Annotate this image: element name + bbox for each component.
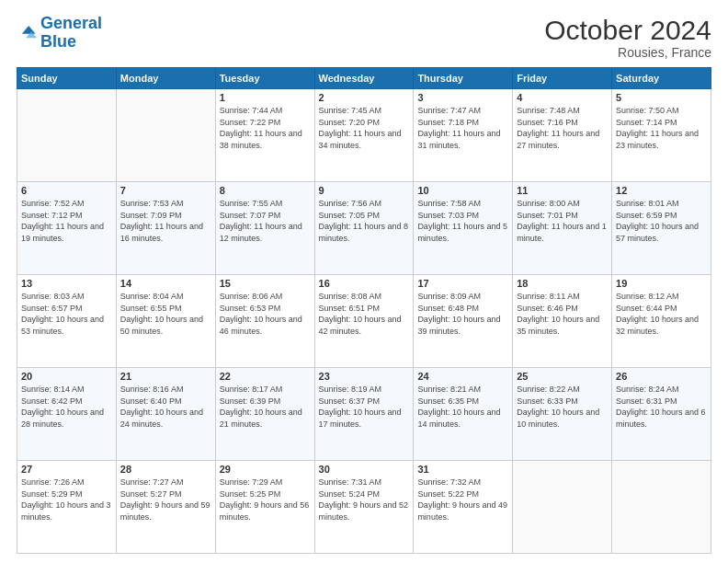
day-number: 17: [417, 278, 508, 289]
day-number: 13: [21, 278, 112, 289]
day-number: 21: [120, 371, 211, 382]
title-block: October 2024 Rousies, France: [544, 15, 711, 60]
weekday-header: Wednesday: [314, 68, 414, 89]
day-number: 28: [120, 464, 211, 475]
day-info: Sunrise: 8:24 AM Sunset: 6:31 PM Dayligh…: [616, 384, 707, 430]
calendar-cell: 29Sunrise: 7:29 AM Sunset: 5:25 PM Dayli…: [215, 461, 314, 554]
day-info: Sunrise: 8:00 AM Sunset: 7:01 PM Dayligh…: [517, 198, 608, 244]
calendar-cell: 2Sunrise: 7:45 AM Sunset: 7:20 PM Daylig…: [314, 89, 414, 182]
day-info: Sunrise: 7:56 AM Sunset: 7:05 PM Dayligh…: [319, 198, 410, 244]
calendar-cell: [17, 89, 117, 182]
day-number: 31: [417, 464, 508, 475]
calendar-cell: 12Sunrise: 8:01 AM Sunset: 6:59 PM Dayli…: [612, 182, 711, 275]
day-info: Sunrise: 7:48 AM Sunset: 7:16 PM Dayligh…: [517, 105, 608, 151]
day-number: 6: [21, 185, 112, 196]
day-info: Sunrise: 8:06 AM Sunset: 6:53 PM Dayligh…: [220, 291, 311, 337]
calendar-cell: 20Sunrise: 8:14 AM Sunset: 6:42 PM Dayli…: [17, 368, 117, 461]
day-info: Sunrise: 8:17 AM Sunset: 6:39 PM Dayligh…: [220, 384, 311, 430]
day-number: 10: [417, 185, 508, 196]
weekday-header: Sunday: [17, 68, 117, 89]
day-number: 9: [319, 185, 410, 196]
day-number: 30: [319, 464, 410, 475]
day-number: 26: [616, 371, 707, 382]
day-info: Sunrise: 7:55 AM Sunset: 7:07 PM Dayligh…: [220, 198, 311, 244]
day-info: Sunrise: 8:22 AM Sunset: 6:33 PM Dayligh…: [517, 384, 608, 430]
logo: General Blue: [17, 15, 102, 52]
day-number: 19: [616, 278, 707, 289]
day-info: Sunrise: 7:52 AM Sunset: 7:12 PM Dayligh…: [21, 198, 112, 244]
svg-marker-0: [22, 26, 36, 34]
calendar-cell: 1Sunrise: 7:44 AM Sunset: 7:22 PM Daylig…: [215, 89, 314, 182]
weekday-header: Monday: [116, 68, 215, 89]
location: Rousies, France: [544, 45, 711, 60]
calendar-cell: [513, 461, 612, 554]
day-number: 11: [517, 185, 608, 196]
day-info: Sunrise: 8:21 AM Sunset: 6:35 PM Dayligh…: [417, 384, 508, 430]
day-info: Sunrise: 8:16 AM Sunset: 6:40 PM Dayligh…: [120, 384, 211, 430]
day-number: 2: [319, 92, 410, 103]
day-info: Sunrise: 7:27 AM Sunset: 5:27 PM Dayligh…: [120, 477, 211, 523]
calendar-cell: 13Sunrise: 8:03 AM Sunset: 6:57 PM Dayli…: [17, 275, 117, 368]
logo-icon: [17, 23, 37, 43]
calendar-cell: 31Sunrise: 7:32 AM Sunset: 5:22 PM Dayli…: [414, 461, 513, 554]
day-number: 27: [21, 464, 112, 475]
day-info: Sunrise: 7:26 AM Sunset: 5:29 PM Dayligh…: [21, 477, 112, 523]
day-info: Sunrise: 7:44 AM Sunset: 7:22 PM Dayligh…: [220, 105, 311, 151]
calendar-cell: 8Sunrise: 7:55 AM Sunset: 7:07 PM Daylig…: [215, 182, 314, 275]
calendar-cell: 28Sunrise: 7:27 AM Sunset: 5:27 PM Dayli…: [116, 461, 215, 554]
calendar-cell: [116, 89, 215, 182]
calendar-cell: 14Sunrise: 8:04 AM Sunset: 6:55 PM Dayli…: [116, 275, 215, 368]
calendar-cell: 30Sunrise: 7:31 AM Sunset: 5:24 PM Dayli…: [314, 461, 414, 554]
day-info: Sunrise: 7:53 AM Sunset: 7:09 PM Dayligh…: [120, 198, 211, 244]
day-number: 23: [319, 371, 410, 382]
day-number: 14: [120, 278, 211, 289]
day-info: Sunrise: 8:19 AM Sunset: 6:37 PM Dayligh…: [319, 384, 410, 430]
calendar-cell: 3Sunrise: 7:47 AM Sunset: 7:18 PM Daylig…: [414, 89, 513, 182]
day-number: 3: [417, 92, 508, 103]
day-number: 15: [220, 278, 311, 289]
day-number: 8: [220, 185, 311, 196]
day-number: 16: [319, 278, 410, 289]
day-number: 29: [220, 464, 311, 475]
day-info: Sunrise: 8:04 AM Sunset: 6:55 PM Dayligh…: [120, 291, 211, 337]
weekday-header: Saturday: [612, 68, 711, 89]
calendar-cell: 15Sunrise: 8:06 AM Sunset: 6:53 PM Dayli…: [215, 275, 314, 368]
month-title: October 2024: [544, 15, 711, 45]
weekday-header: Tuesday: [215, 68, 314, 89]
calendar-cell: 10Sunrise: 7:58 AM Sunset: 7:03 PM Dayli…: [414, 182, 513, 275]
day-info: Sunrise: 8:11 AM Sunset: 6:46 PM Dayligh…: [517, 291, 608, 337]
day-info: Sunrise: 8:08 AM Sunset: 6:51 PM Dayligh…: [319, 291, 410, 337]
day-info: Sunrise: 7:50 AM Sunset: 7:14 PM Dayligh…: [616, 105, 707, 151]
calendar-cell: 9Sunrise: 7:56 AM Sunset: 7:05 PM Daylig…: [314, 182, 414, 275]
calendar-cell: 26Sunrise: 8:24 AM Sunset: 6:31 PM Dayli…: [612, 368, 711, 461]
day-number: 18: [517, 278, 608, 289]
calendar-cell: 11Sunrise: 8:00 AM Sunset: 7:01 PM Dayli…: [513, 182, 612, 275]
calendar-table: SundayMondayTuesdayWednesdayThursdayFrid…: [17, 67, 711, 554]
weekday-header: Thursday: [414, 68, 513, 89]
day-info: Sunrise: 7:47 AM Sunset: 7:18 PM Dayligh…: [417, 105, 508, 151]
calendar-cell: 7Sunrise: 7:53 AM Sunset: 7:09 PM Daylig…: [116, 182, 215, 275]
day-number: 20: [21, 371, 112, 382]
day-number: 22: [220, 371, 311, 382]
day-number: 12: [616, 185, 707, 196]
day-info: Sunrise: 7:31 AM Sunset: 5:24 PM Dayligh…: [319, 477, 410, 523]
day-number: 7: [120, 185, 211, 196]
day-info: Sunrise: 7:58 AM Sunset: 7:03 PM Dayligh…: [417, 198, 508, 244]
logo-text: General Blue: [40, 15, 102, 52]
calendar-cell: 17Sunrise: 8:09 AM Sunset: 6:48 PM Dayli…: [414, 275, 513, 368]
calendar-cell: 6Sunrise: 7:52 AM Sunset: 7:12 PM Daylig…: [17, 182, 117, 275]
weekday-header: Friday: [513, 68, 612, 89]
calendar-cell: [612, 461, 711, 554]
calendar-cell: 4Sunrise: 7:48 AM Sunset: 7:16 PM Daylig…: [513, 89, 612, 182]
day-info: Sunrise: 7:45 AM Sunset: 7:20 PM Dayligh…: [319, 105, 410, 151]
day-number: 1: [220, 92, 311, 103]
calendar-cell: 18Sunrise: 8:11 AM Sunset: 6:46 PM Dayli…: [513, 275, 612, 368]
page: General Blue October 2024 Rousies, Franc…: [0, 0, 728, 563]
calendar-cell: 25Sunrise: 8:22 AM Sunset: 6:33 PM Dayli…: [513, 368, 612, 461]
calendar-cell: 19Sunrise: 8:12 AM Sunset: 6:44 PM Dayli…: [612, 275, 711, 368]
header: General Blue October 2024 Rousies, Franc…: [17, 15, 711, 60]
calendar-cell: 21Sunrise: 8:16 AM Sunset: 6:40 PM Dayli…: [116, 368, 215, 461]
day-info: Sunrise: 8:12 AM Sunset: 6:44 PM Dayligh…: [616, 291, 707, 337]
day-info: Sunrise: 8:03 AM Sunset: 6:57 PM Dayligh…: [21, 291, 112, 337]
calendar-cell: 24Sunrise: 8:21 AM Sunset: 6:35 PM Dayli…: [414, 368, 513, 461]
